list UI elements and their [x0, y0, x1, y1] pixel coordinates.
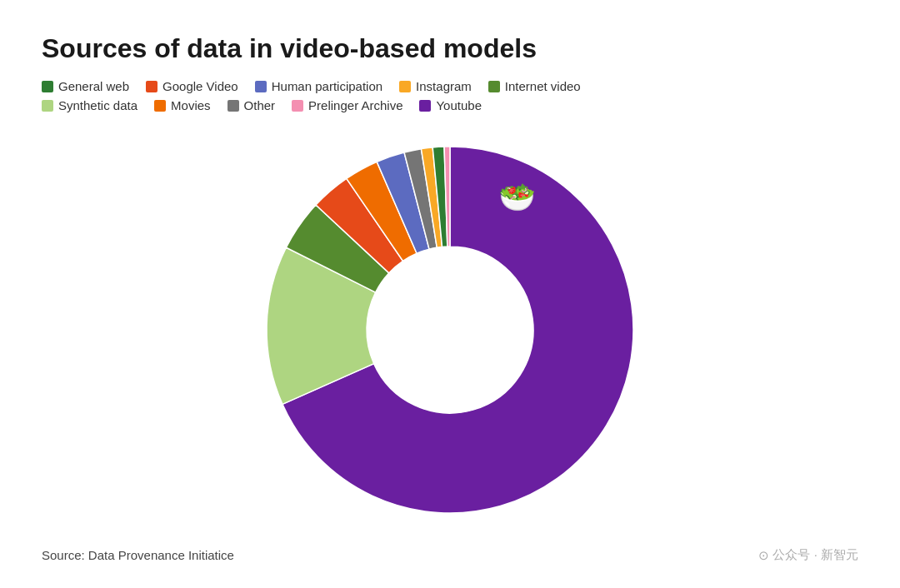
legend-color-box — [399, 81, 411, 92]
legend-color-box — [42, 81, 53, 92]
legend-color-box — [419, 100, 431, 112]
legend-label: Google Video — [162, 79, 238, 93]
page-container: Sources of data in video-based models Ge… — [0, 0, 900, 588]
donut-chart: 🥗 — [250, 130, 650, 530]
legend-row-2: Synthetic dataMoviesOtherPrelinger Archi… — [42, 98, 858, 112]
donut-hole — [367, 247, 533, 413]
legend-label: Synthetic data — [58, 98, 138, 112]
watermark: ⊙ 公众号 · 新智元 — [758, 547, 858, 563]
legend-label: Prelinger Archive — [308, 98, 402, 112]
chart-legend: General webGoogle VideoHuman participati… — [42, 79, 858, 112]
legend-color-box — [488, 81, 500, 92]
wechat-icon: ⊙ — [758, 548, 769, 563]
chart-area: 🥗 — [42, 121, 858, 539]
legend-label: General web — [58, 79, 129, 93]
legend-item: Synthetic data — [42, 98, 138, 112]
legend-label: Human participation — [272, 79, 382, 93]
legend-row-1: General webGoogle VideoHuman participati… — [42, 79, 858, 93]
legend-item: Google Video — [146, 79, 238, 93]
legend-item: Internet video — [488, 79, 581, 93]
legend-item: Instagram — [399, 79, 472, 93]
legend-color-box — [42, 100, 53, 112]
legend-color-box — [292, 100, 303, 112]
legend-item: Movies — [154, 98, 211, 112]
legend-item: General web — [42, 79, 129, 93]
legend-color-box — [154, 100, 166, 112]
legend-item: Other — [228, 98, 276, 112]
legend-color-box — [255, 81, 267, 92]
legend-item: Human participation — [255, 79, 382, 93]
page-title: Sources of data in video-based models — [42, 33, 858, 64]
legend-color-box — [146, 81, 158, 92]
legend-label: Other — [244, 98, 276, 112]
legend-label: Youtube — [436, 98, 482, 112]
legend-item: Prelinger Archive — [292, 98, 402, 112]
legend-label: Instagram — [416, 79, 472, 93]
legend-color-box — [228, 100, 239, 112]
legend-item: Youtube — [419, 98, 482, 112]
footer: Source: Data Provenance Initiatice ⊙ 公众号… — [42, 539, 858, 563]
legend-label: Internet video — [505, 79, 581, 93]
source-text: Source: Data Provenance Initiatice — [42, 548, 234, 562]
legend-label: Movies — [171, 98, 211, 112]
